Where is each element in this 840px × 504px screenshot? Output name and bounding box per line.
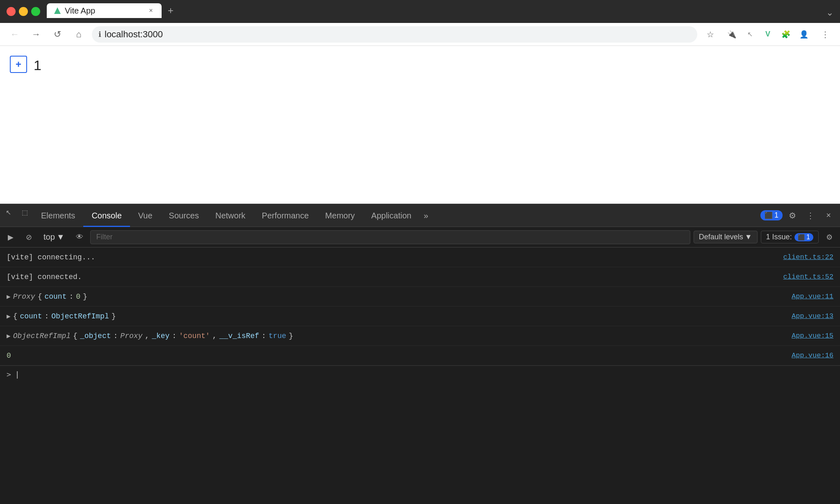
url-display: localhost:3000 xyxy=(105,29,163,40)
issues-counter[interactable]: 1 Issue: ⬛ 1 xyxy=(761,231,819,243)
forward-button[interactable]: → xyxy=(28,26,44,43)
profile-avatar[interactable]: 👤 xyxy=(796,26,812,43)
extension-icon-2[interactable]: ↖ xyxy=(742,26,758,43)
issues-prefix: 1 Issue: xyxy=(766,233,792,241)
tab-vue[interactable]: Vue xyxy=(130,204,161,227)
tab-close-button[interactable]: × xyxy=(147,7,155,15)
tab-application[interactable]: Application xyxy=(363,204,420,227)
issues-badge: ⬛ 1 xyxy=(794,233,813,241)
extension-icon-1[interactable]: 🔌 xyxy=(724,26,740,43)
devtools-close-button[interactable]: × xyxy=(820,207,837,224)
expand-arrow-5: ▶ xyxy=(7,332,11,340)
console-text-4: ▶ {count: ObjectRefImpl} xyxy=(7,312,116,320)
console-input-row[interactable]: > | xyxy=(0,366,840,383)
console-line-5[interactable]: ▶ ObjectRefImpl {_object: Proxy, _key: '… xyxy=(0,326,840,346)
browser-menu-button[interactable]: ⋮ xyxy=(817,26,833,43)
console-play-button[interactable]: ▶ xyxy=(3,230,18,245)
counter-value: 1 xyxy=(34,57,41,73)
tab-dropdown-button[interactable]: ⌄ xyxy=(826,7,840,18)
console-prompt: > xyxy=(7,370,11,379)
console-cursor: | xyxy=(15,370,20,379)
console-text-5: ▶ ObjectRefImpl {_object: Proxy, _key: '… xyxy=(7,332,293,340)
tab-elements[interactable]: Elements xyxy=(33,204,83,227)
console-line-1: [vite] connecting... client.ts:22 xyxy=(0,247,840,267)
console-line-2: [vite] connected. client.ts:52 xyxy=(0,267,840,287)
issue-badge-icon: ⬛ xyxy=(765,211,773,219)
tab-sources[interactable]: Sources xyxy=(161,204,207,227)
proxy-label: Proxy xyxy=(13,293,35,301)
tab-console[interactable]: Console xyxy=(83,204,130,227)
traffic-light-green[interactable] xyxy=(31,7,40,16)
console-line-6: 0 App.vue:16 xyxy=(0,346,840,366)
console-output: [vite] connecting... client.ts:22 [vite]… xyxy=(0,247,840,470)
tab-title: Vite App xyxy=(65,6,144,16)
devtools-panel: ↖ ⬚ Elements Console Vue Sources Network… xyxy=(0,204,840,470)
new-tab-button[interactable]: + xyxy=(163,3,178,18)
home-button[interactable]: ⌂ xyxy=(71,26,87,43)
tab-performance[interactable]: Performance xyxy=(253,204,317,227)
extension-icon-vuejs[interactable]: V xyxy=(760,26,776,43)
bookmark-button[interactable]: ☆ xyxy=(702,26,719,43)
issues-badge-icon: ⬛ xyxy=(798,234,805,241)
levels-label: Default levels xyxy=(699,233,743,241)
issue-count: 1 xyxy=(774,211,778,220)
tab-network[interactable]: Network xyxy=(207,204,253,227)
expand-arrow-4: ▶ xyxy=(7,312,11,320)
console-source-5[interactable]: App.vue:15 xyxy=(792,332,833,340)
eye-icon: 👁 xyxy=(76,233,83,241)
more-tabs-button[interactable]: » xyxy=(420,204,432,227)
levels-selector[interactable]: Default levels ▼ xyxy=(694,231,758,243)
tab-memory[interactable]: Memory xyxy=(317,204,363,227)
eye-button[interactable]: 👁 xyxy=(72,230,87,245)
console-source-1[interactable]: client.ts:22 xyxy=(783,253,833,261)
address-bar[interactable]: ℹ localhost:3000 xyxy=(92,26,697,43)
responsive-button[interactable]: ⬚ xyxy=(16,204,33,220)
console-clear-button[interactable]: ⊘ xyxy=(21,230,36,245)
refresh-button[interactable]: ↺ xyxy=(49,26,66,43)
objectrefimpl-label: ObjectRefImpl xyxy=(13,332,71,340)
console-line-4[interactable]: ▶ {count: ObjectRefImpl} App.vue:13 xyxy=(0,306,840,326)
console-source-6[interactable]: App.vue:16 xyxy=(792,352,833,359)
extension-icon-puzzle[interactable]: 🧩 xyxy=(778,26,794,43)
console-toolbar: ▶ ⊘ top ▼ 👁 Default levels ▼ 1 Issue: ⬛ xyxy=(0,227,840,247)
back-button[interactable]: ← xyxy=(7,26,23,43)
context-value: top xyxy=(43,232,55,242)
console-text-2: [vite] connected. xyxy=(7,273,82,281)
console-settings-button[interactable]: ⚙ xyxy=(822,230,837,245)
lock-icon: ℹ xyxy=(98,30,101,39)
context-selector[interactable]: top ▼ xyxy=(39,231,69,243)
devtools-more-button[interactable]: ⋮ xyxy=(802,207,819,224)
page-content: + 1 xyxy=(0,46,840,204)
expand-arrow-3: ▶ xyxy=(7,293,11,301)
console-filter-input[interactable] xyxy=(90,230,690,244)
console-text-3: ▶ Proxy {count: 0} xyxy=(7,293,87,301)
tab-favicon xyxy=(53,7,62,15)
context-dropdown-icon: ▼ xyxy=(57,232,65,242)
console-line-3[interactable]: ▶ Proxy {count: 0} App.vue:11 xyxy=(0,287,840,306)
console-text-1: [vite] connecting... xyxy=(7,253,95,261)
console-text-6: 0 xyxy=(7,352,11,360)
svg-marker-0 xyxy=(54,7,61,14)
console-source-3[interactable]: App.vue:11 xyxy=(792,293,833,300)
traffic-light-yellow[interactable] xyxy=(19,7,28,16)
browser-tab-active[interactable]: Vite App × xyxy=(47,3,162,18)
element-picker-button[interactable]: ↖ xyxy=(0,204,16,220)
navigation-bar: ← → ↺ ⌂ ℹ localhost:3000 ☆ 🔌 ↖ V 🧩 👤 ⋮ xyxy=(0,23,840,46)
console-source-2[interactable]: client.ts:52 xyxy=(783,273,833,281)
devtools-settings-button[interactable]: ⚙ xyxy=(784,207,801,224)
increment-button[interactable]: + xyxy=(10,56,27,73)
issue-badge[interactable]: ⬛ 1 xyxy=(760,210,783,220)
levels-arrow-icon: ▼ xyxy=(745,233,752,241)
traffic-light-red[interactable] xyxy=(7,7,16,16)
console-source-4[interactable]: App.vue:13 xyxy=(792,312,833,320)
console-value-6: 0 xyxy=(7,352,11,360)
